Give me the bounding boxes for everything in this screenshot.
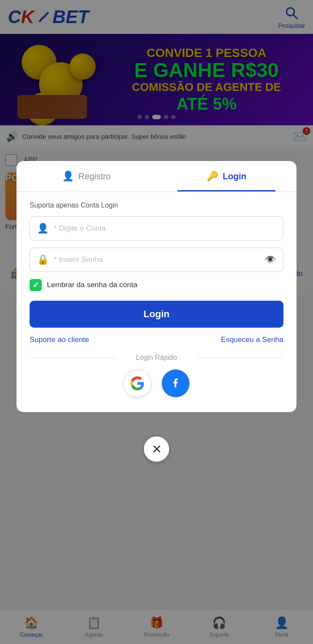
google-login-button[interactable] [123, 369, 151, 397]
support-link[interactable]: Suporte ao cliente [30, 335, 89, 344]
toggle-password-icon[interactable]: 👁️ [264, 254, 276, 265]
remember-checkbox[interactable]: ✓ [30, 279, 42, 291]
modal-body: Suporta apenas Conta Login 👤 🔒 👁️ ✓ Lemb… [17, 192, 296, 397]
remember-label: Lembrar da senha da conta [47, 281, 137, 289]
tab-registro-label: Registro [78, 171, 110, 181]
user-icon: 👤 [37, 223, 49, 234]
login-modal: 👤 Registro 🔑 Login Suporta apenas Conta … [17, 161, 296, 412]
remember-row: ✓ Lembrar da senha da conta [30, 279, 283, 291]
password-input-wrap: 🔒 👁️ [30, 248, 283, 272]
quick-login-divider: Login Rápido [30, 354, 283, 362]
forgot-password-link[interactable]: Esqueceu a Senha [221, 335, 283, 344]
tab-login-label: Login [223, 171, 246, 181]
checkmark-icon: ✓ [33, 280, 39, 290]
social-login-row [30, 369, 283, 397]
modal-tabs: 👤 Registro 🔑 Login [17, 161, 296, 192]
close-modal-button[interactable]: ✕ [144, 436, 169, 462]
login-button[interactable]: Login [30, 301, 283, 328]
registro-icon: 👤 [62, 171, 74, 182]
account-input-wrap: 👤 [30, 216, 283, 241]
login-icon: 🔑 [206, 171, 218, 182]
facebook-login-button[interactable] [162, 369, 190, 397]
tab-login[interactable]: 🔑 Login [156, 161, 296, 191]
quick-login-text: Login Rápido [136, 354, 177, 361]
account-input[interactable] [54, 224, 276, 233]
password-input[interactable] [54, 255, 259, 264]
lock-icon: 🔒 [37, 254, 49, 265]
links-row: Suporte ao cliente Esqueceu a Senha [30, 335, 283, 344]
tab-registro[interactable]: 👤 Registro [17, 161, 156, 191]
modal-subtitle: Suporta apenas Conta Login [30, 201, 283, 209]
close-modal-area: ✕ [144, 436, 169, 462]
close-icon: ✕ [152, 442, 162, 456]
